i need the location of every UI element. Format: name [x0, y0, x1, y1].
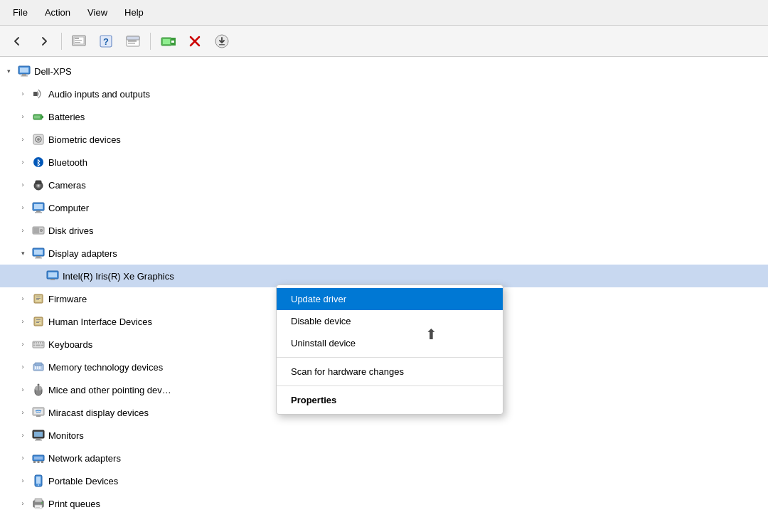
- svg-rect-71: [35, 363, 42, 366]
- svg-rect-65: [40, 342, 41, 344]
- svg-rect-84: [36, 438, 41, 440]
- properties-button[interactable]: [66, 29, 92, 53]
- keyboard-icon: [31, 337, 46, 351]
- svg-rect-99: [36, 507, 40, 508]
- expand-cameras[interactable]: ›: [17, 179, 28, 191]
- svg-point-43: [41, 230, 42, 231]
- context-menu-properties[interactable]: Properties: [277, 389, 503, 411]
- svg-rect-80: [34, 409, 43, 414]
- expand-batteries[interactable]: ›: [17, 111, 28, 122]
- context-menu-disable-device[interactable]: Disable device: [277, 310, 503, 332]
- expand-miracast[interactable]: ›: [17, 407, 28, 418]
- tree-item-network[interactable]: › Network adapters: [0, 447, 768, 469]
- expand-root[interactable]: ▾: [3, 65, 14, 77]
- expand-print[interactable]: ›: [17, 498, 28, 509]
- forward-button[interactable]: [31, 29, 57, 53]
- monitors-label: Monitors: [48, 430, 84, 441]
- properties-label: Properties: [291, 395, 336, 405]
- scan-button[interactable]: [155, 29, 181, 53]
- tree-item-biometric[interactable]: › Biometric devices: [0, 128, 768, 151]
- expand-network[interactable]: ›: [17, 452, 28, 464]
- svg-point-34: [38, 185, 40, 187]
- context-menu-scan-hardware[interactable]: Scan for hardware changes: [277, 361, 503, 383]
- biometric-icon: [31, 132, 46, 147]
- tree-item-audio[interactable]: › Audio inputs and outputs: [0, 83, 768, 105]
- svg-rect-20: [20, 68, 28, 73]
- svg-rect-2: [75, 38, 79, 39]
- disk-icon: [31, 223, 46, 238]
- tree-item-display[interactable]: ▾ Display adapters: [0, 242, 768, 265]
- display-item-icon: [46, 269, 60, 283]
- context-menu-update-driver[interactable]: Update driver: [277, 288, 503, 310]
- svg-rect-4: [75, 42, 80, 43]
- menu-file[interactable]: File: [6, 4, 35, 21]
- camera-icon: [31, 178, 46, 192]
- expand-computer[interactable]: ›: [17, 202, 28, 213]
- svg-point-29: [37, 138, 40, 141]
- update-button[interactable]: [209, 29, 235, 53]
- bluetooth-label: Bluetooth: [48, 157, 87, 168]
- firmware-icon: [31, 292, 46, 306]
- svg-point-78: [38, 384, 40, 386]
- svg-rect-96: [35, 499, 42, 502]
- tree-item-root[interactable]: ▾ Dell-XPS: [0, 60, 768, 83]
- biometric-label: Biometric devices: [48, 134, 121, 145]
- computer2-icon: [31, 201, 46, 215]
- miracast-label: Miracast display devices: [48, 408, 149, 418]
- svg-rect-58: [36, 319, 41, 320]
- tree-item-computer[interactable]: › Computer: [0, 196, 768, 219]
- audio-label: Audio inputs and outputs: [48, 89, 150, 100]
- back-button[interactable]: [4, 29, 30, 53]
- expand-keyboards[interactable]: ›: [17, 339, 28, 350]
- svg-rect-59: [36, 321, 41, 321]
- tree-item-monitors[interactable]: › Monitors: [0, 424, 768, 447]
- expand-memory[interactable]: ›: [17, 361, 28, 373]
- expand-hid[interactable]: ›: [17, 316, 28, 327]
- svg-rect-74: [39, 366, 41, 369]
- svg-rect-81: [36, 415, 41, 417]
- bluetooth-icon: ᛒ: [31, 155, 46, 169]
- root-label: Dell-XPS: [34, 66, 72, 77]
- computer-icon: [17, 64, 31, 78]
- display-label: Display adapters: [48, 248, 117, 259]
- tree-item-bluetooth[interactable]: › ᛒ Bluetooth: [0, 151, 768, 174]
- toolbar-separator-1: [61, 33, 62, 50]
- miracast-icon: [31, 405, 46, 420]
- network-icon: [31, 451, 46, 465]
- remove-button[interactable]: [182, 29, 208, 53]
- svg-rect-22: [21, 75, 28, 77]
- batteries-label: Batteries: [48, 112, 85, 122]
- expand-portable[interactable]: ›: [17, 475, 28, 486]
- expand-firmware[interactable]: ›: [17, 293, 28, 304]
- tree-item-disk[interactable]: › Disk drives: [0, 219, 768, 242]
- svg-rect-66: [42, 342, 43, 344]
- svg-rect-37: [34, 204, 43, 209]
- context-menu-uninstall-device[interactable]: Uninstall device: [277, 332, 503, 354]
- svg-rect-23: [33, 92, 37, 96]
- svg-rect-98: [36, 506, 41, 506]
- expand-monitors[interactable]: ›: [17, 430, 28, 441]
- menu-view[interactable]: View: [80, 4, 114, 21]
- network-label: Network adapters: [48, 453, 121, 464]
- svg-rect-35: [36, 181, 41, 183]
- tree-item-print[interactable]: › Print queues: [0, 492, 768, 515]
- help-button[interactable]: ?: [93, 29, 119, 53]
- context-menu-separator-2: [277, 385, 503, 386]
- keyboards-label: Keyboards: [48, 339, 92, 350]
- tree-item-portable[interactable]: › Portable Devices: [0, 469, 768, 492]
- expand-bluetooth[interactable]: ›: [17, 156, 28, 168]
- svg-rect-55: [36, 299, 39, 300]
- expand-mice[interactable]: ›: [17, 384, 28, 395]
- expand-button[interactable]: [120, 29, 146, 53]
- menu-action[interactable]: Action: [38, 4, 78, 21]
- svg-rect-39: [35, 212, 42, 213]
- expand-disk[interactable]: ›: [17, 225, 28, 236]
- menu-bar: File Action View Help: [0, 0, 768, 26]
- context-menu-separator-1: [277, 357, 503, 358]
- expand-audio[interactable]: ›: [17, 88, 28, 100]
- tree-item-cameras[interactable]: › Cameras: [0, 174, 768, 196]
- tree-item-batteries[interactable]: › Batteries: [0, 105, 768, 128]
- expand-display[interactable]: ▾: [17, 248, 28, 259]
- menu-help[interactable]: Help: [117, 4, 151, 21]
- expand-biometric[interactable]: ›: [17, 134, 28, 145]
